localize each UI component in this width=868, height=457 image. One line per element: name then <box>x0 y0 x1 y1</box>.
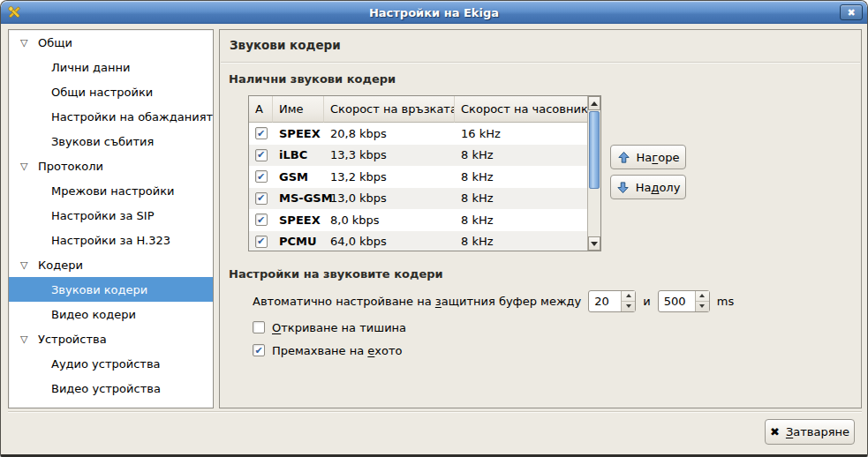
move-up-button[interactable]: Нагоре <box>610 145 686 169</box>
column-header-active[interactable]: A <box>249 96 273 123</box>
sidebar-item-label: Общи <box>38 36 72 49</box>
codec-clock-rate: 8 kHz <box>455 235 589 248</box>
sidebar-item-h323-settings[interactable]: Настройки за H.323 <box>9 228 213 252</box>
check-icon: ✔ <box>254 346 262 356</box>
jitter-min-input[interactable] <box>590 292 620 311</box>
codec-enabled-checkbox[interactable]: ✔ <box>255 236 268 248</box>
codec-bandwidth: 8,0 kbps <box>324 214 455 227</box>
triangle-down-icon <box>591 242 598 246</box>
triangle-up-icon <box>626 294 631 297</box>
sidebar-item-label: Кодери <box>38 258 83 272</box>
expander-icon[interactable]: ▽ <box>20 333 38 345</box>
check-icon: ✔ <box>257 129 265 139</box>
jitter-conjunction-label: и <box>643 295 650 308</box>
column-header-bandwidth[interactable]: Скорост на връзката <box>324 96 455 123</box>
sidebar-item-label: Аудио устройства <box>51 357 161 371</box>
window-title: Настройки на Ekiga <box>1 6 867 19</box>
table-row[interactable]: ✔ SPEEX 20,8 kbps 16 kHz <box>249 123 600 145</box>
table-row[interactable]: ✔ GSM 13,2 kbps 8 kHz <box>249 166 600 188</box>
table-row[interactable]: ✔ SPEEX 8,0 kbps 8 kHz <box>249 209 600 231</box>
codec-name: iLBC <box>273 148 324 161</box>
triangle-down-icon <box>699 304 705 308</box>
sidebar-item-codecs-group[interactable]: ▽ Кодери <box>9 252 213 277</box>
codec-bandwidth: 20,8 kbps <box>324 127 455 140</box>
available-codecs-section-title: Налични звукови кодери <box>229 72 396 86</box>
silence-detection-row[interactable]: Откриване на тишина <box>253 319 406 335</box>
column-header-name[interactable]: Име <box>273 96 324 123</box>
sidebar-item-sound-events[interactable]: Звукови събития <box>9 129 213 154</box>
codec-clock-rate: 8 kHz <box>455 191 589 205</box>
sidebar-item-personal-data[interactable]: Лични данни <box>9 55 213 79</box>
spinner-down-button[interactable] <box>696 301 709 311</box>
table-row[interactable]: ✔ PCMU 64,0 kbps 8 kHz <box>249 231 600 252</box>
sidebar-item-protocols-group[interactable]: ▽ Протоколи <box>9 154 213 178</box>
close-dialog-button[interactable]: ✖ Затваряне <box>765 419 855 445</box>
codec-name: MS-GSM <box>273 191 324 205</box>
sidebar-item-label: Настройки за SIP <box>51 209 155 222</box>
sidebar-item-network-settings[interactable]: Мрежови настройки <box>9 178 213 203</box>
triangle-up-icon <box>591 101 598 106</box>
jitter-buffer-row: Автоматично настройване на защитния буфе… <box>253 289 734 312</box>
spinner-down-button[interactable] <box>622 301 635 311</box>
codec-bandwidth: 64,0 kbps <box>324 235 455 248</box>
jitter-max-input[interactable] <box>660 292 694 311</box>
codec-table-header: A Име Скорост на връзката Скорост на час… <box>249 96 600 123</box>
vertical-scrollbar[interactable] <box>587 96 600 251</box>
sidebar-item-label: Звукови кодери <box>51 283 147 296</box>
echo-cancellation-row[interactable]: ✔ Премахване на ехото <box>253 342 403 358</box>
preferences-tree: ▽ Общи Лични данни Общи настройки Настро… <box>8 29 214 408</box>
title-separator <box>221 62 860 64</box>
check-icon: ✔ <box>257 172 265 182</box>
sidebar-item-general-group[interactable]: ▽ Общи <box>9 30 213 55</box>
codec-clock-rate: 8 kHz <box>455 214 589 227</box>
echo-cancellation-checkbox[interactable]: ✔ <box>253 344 265 356</box>
codec-enabled-checkbox[interactable]: ✔ <box>255 192 268 205</box>
silence-detection-checkbox[interactable] <box>253 321 265 333</box>
codec-enabled-checkbox[interactable]: ✔ <box>255 149 268 161</box>
footer-separator <box>8 411 862 413</box>
scroll-up-button[interactable] <box>588 96 600 110</box>
expander-icon[interactable]: ▽ <box>20 161 38 172</box>
scroll-down-button[interactable] <box>588 236 600 251</box>
check-icon: ✔ <box>257 150 265 160</box>
titlebar[interactable]: Настройки на Ekiga ✖ <box>1 1 867 24</box>
codec-name: PCMU <box>273 235 324 248</box>
codec-enabled-checkbox[interactable]: ✔ <box>255 127 268 139</box>
sidebar-item-general-settings[interactable]: Общи настройки <box>9 79 213 104</box>
codec-clock-rate: 8 kHz <box>455 170 589 184</box>
codec-enabled-checkbox[interactable]: ✔ <box>255 170 268 183</box>
sidebar-item-audio-devices[interactable]: Аудио устройства <box>9 351 213 376</box>
sidebar-item-label: Общи настройки <box>51 86 153 99</box>
move-down-button[interactable]: Надолу <box>610 175 686 199</box>
table-row[interactable]: ✔ MS-GSM 13,0 kbps 8 kHz <box>249 188 600 210</box>
sidebar-item-video-devices[interactable]: Видео устройства <box>9 376 213 401</box>
sidebar-item-devices-group[interactable]: ▽ Устройства <box>9 326 213 351</box>
codec-enabled-checkbox[interactable]: ✔ <box>255 214 268 226</box>
codec-bandwidth: 13,2 kbps <box>324 170 455 184</box>
sidebar-item-audio-codecs[interactable]: Звукови кодери <box>9 277 213 302</box>
up-arrow-icon <box>617 151 630 164</box>
audio-codecs-page: Звукови кодери Налични звукови кодери A … <box>219 29 862 408</box>
sidebar-item-video-codecs[interactable]: Видео кодери <box>9 302 213 326</box>
sidebar-item-label: Протоколи <box>38 160 103 173</box>
spinner-buttons <box>621 291 635 311</box>
check-icon: ✔ <box>257 236 265 246</box>
spinner-up-button[interactable] <box>696 291 709 301</box>
codec-name: SPEEX <box>273 127 324 140</box>
spinner-up-button[interactable] <box>622 291 635 301</box>
close-x-icon: ✖ <box>770 425 780 438</box>
sidebar-item-label: Мрежови настройки <box>51 184 175 198</box>
expander-icon[interactable]: ▽ <box>20 37 38 49</box>
expander-icon[interactable]: ▽ <box>20 259 38 271</box>
sidebar-item-call-options[interactable]: Настройки на обажданията <box>9 104 213 129</box>
sidebar-item-sip-settings[interactable]: Настройки за SIP <box>9 203 213 228</box>
check-icon: ✔ <box>257 215 265 225</box>
sidebar-item-label: Видео устройства <box>51 382 161 395</box>
titlebar-close-button[interactable]: ✖ <box>840 4 863 20</box>
column-header-clock[interactable]: Скорост на часовника <box>455 96 589 123</box>
triangle-up-icon <box>699 294 705 297</box>
jitter-max-spinner <box>658 290 710 312</box>
table-row[interactable]: ✔ iLBC 13,3 kbps 8 kHz <box>249 145 600 167</box>
scrollbar-thumb[interactable] <box>589 111 600 189</box>
close-icon: ✖ <box>847 7 855 19</box>
